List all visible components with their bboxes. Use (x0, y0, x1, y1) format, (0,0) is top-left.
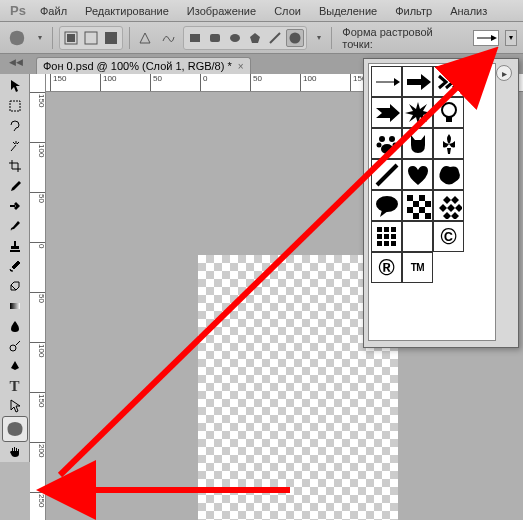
shape-picker-dropdown[interactable]: ▾ (505, 30, 517, 46)
brush-tool[interactable] (3, 216, 27, 236)
line-shape-button[interactable] (266, 29, 284, 47)
shape-arrow-thin[interactable] (371, 66, 402, 97)
menu-layers[interactable]: Слои (266, 3, 309, 19)
hand-tool[interactable] (3, 442, 27, 462)
shape-arrow-bold[interactable] (402, 66, 433, 97)
shape-copyright[interactable]: © (433, 221, 464, 252)
shape-arrow-ribbon[interactable] (371, 97, 402, 128)
type-tool[interactable]: T (3, 376, 27, 396)
ruler-tick: 0 (30, 242, 46, 248)
pen-option-icon[interactable] (136, 29, 154, 47)
ruler-tick: 100 (30, 342, 46, 357)
shape-preview[interactable] (473, 30, 499, 46)
svg-rect-22 (446, 117, 452, 122)
shape-speech[interactable] (371, 190, 402, 221)
svg-point-14 (10, 345, 16, 351)
shape-checker[interactable] (402, 190, 433, 221)
menu-file[interactable]: Файл (32, 3, 75, 19)
lasso-tool[interactable] (3, 116, 27, 136)
svg-rect-47 (384, 227, 389, 232)
move-tool[interactable] (3, 76, 27, 96)
shape-diagonal[interactable] (371, 159, 402, 190)
tool-preset-icon[interactable] (6, 27, 28, 49)
ruler-tick: 50 (30, 292, 46, 303)
custom-shape-tool[interactable] (2, 416, 28, 442)
picker-menu-icon[interactable]: ▸ (496, 65, 512, 81)
layer-mode-group (59, 26, 123, 50)
path-button[interactable] (82, 29, 100, 47)
shape-arrow-chevrons[interactable] (433, 66, 464, 97)
svg-rect-54 (391, 241, 396, 246)
roundrect-shape-button[interactable] (206, 29, 224, 47)
shape-options-dropdown[interactable]: ▾ (313, 33, 325, 42)
separator (52, 27, 53, 49)
svg-rect-52 (377, 241, 382, 246)
shape-layer-button[interactable] (62, 29, 80, 47)
custom-shape-button[interactable] (286, 29, 304, 47)
shape-fleur[interactable] (433, 128, 464, 159)
freeform-option-icon[interactable] (160, 29, 178, 47)
eraser-tool[interactable] (3, 276, 27, 296)
shape-cat[interactable] (402, 128, 433, 159)
wand-tool[interactable] (3, 136, 27, 156)
svg-line-28 (377, 165, 397, 185)
fill-pixels-button[interactable] (102, 29, 120, 47)
shape-diamond-pattern[interactable] (433, 190, 464, 221)
svg-point-26 (392, 142, 397, 147)
ellipse-shape-button[interactable] (226, 29, 244, 47)
svg-marker-40 (451, 196, 459, 204)
ruler-tick: 50 (250, 74, 262, 92)
document-tab[interactable]: Фон 0.psd @ 100% (Слой 1, RGB/8) * × (36, 57, 251, 74)
rect-shape-button[interactable] (186, 29, 204, 47)
svg-rect-12 (10, 205, 15, 207)
ruler-tick: 100 (300, 74, 316, 92)
svg-rect-53 (384, 241, 389, 246)
panel-collapse-icon[interactable]: ◀◀ (2, 57, 30, 71)
shape-starburst[interactable] (402, 97, 433, 128)
healing-tool[interactable] (3, 196, 27, 216)
shape-bulb[interactable] (433, 97, 464, 128)
menu-analyze[interactable]: Анализ (442, 3, 495, 19)
blur-tool[interactable] (3, 316, 27, 336)
svg-rect-51 (391, 234, 396, 239)
tool-preset-dropdown[interactable]: ▾ (34, 33, 46, 42)
ruler-tick: 250 (30, 492, 46, 507)
options-bar: ▾ ▾ Форма растровой точки: ▾ (0, 22, 523, 54)
stamp-tool[interactable] (3, 236, 27, 256)
svg-marker-45 (451, 212, 459, 219)
shape-trademark[interactable]: TM (402, 252, 433, 283)
shape-grid[interactable] (371, 221, 402, 252)
svg-marker-17 (394, 78, 400, 86)
menu-image[interactable]: Изображение (179, 3, 264, 19)
path-select-tool[interactable] (3, 396, 27, 416)
menu-select[interactable]: Выделение (311, 3, 385, 19)
ruler-tick: 100 (100, 74, 116, 92)
svg-marker-10 (491, 35, 497, 41)
gradient-tool[interactable] (3, 296, 27, 316)
menubar: Ps Файл Редактирование Изображение Слои … (0, 0, 523, 22)
svg-rect-37 (413, 213, 419, 219)
separator (331, 27, 332, 49)
marquee-tool[interactable] (3, 96, 27, 116)
close-icon[interactable]: × (238, 61, 244, 72)
shape-heart[interactable] (402, 159, 433, 190)
history-brush-tool[interactable] (3, 256, 27, 276)
document-title: Фон 0.psd @ 100% (Слой 1, RGB/8) * (43, 60, 232, 72)
svg-marker-20 (376, 104, 400, 122)
shape-registered[interactable]: ® (371, 252, 402, 283)
svg-rect-48 (391, 227, 396, 232)
crop-tool[interactable] (3, 156, 27, 176)
svg-point-24 (389, 136, 395, 142)
svg-rect-32 (419, 195, 425, 201)
svg-rect-31 (407, 195, 413, 201)
polygon-shape-button[interactable] (246, 29, 264, 47)
svg-point-27 (381, 144, 393, 154)
menu-edit[interactable]: Редактирование (77, 3, 177, 19)
shape-blob[interactable] (433, 159, 464, 190)
dodge-tool[interactable] (3, 336, 27, 356)
menu-filter[interactable]: Фильтр (387, 3, 440, 19)
eyedropper-tool[interactable] (3, 176, 27, 196)
shape-paw[interactable] (371, 128, 402, 159)
shape-blank[interactable] (402, 221, 433, 252)
pen-tool[interactable] (3, 356, 27, 376)
